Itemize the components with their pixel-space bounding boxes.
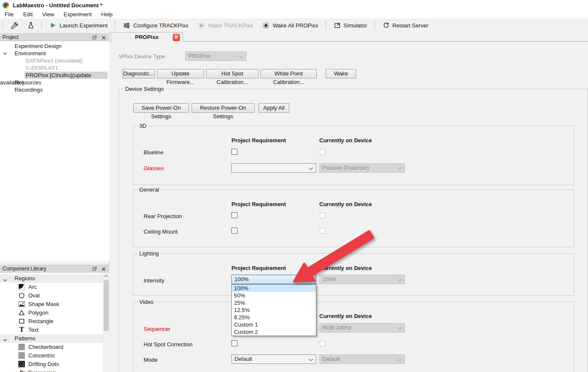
wake-button[interactable]: Wake — [326, 69, 356, 78]
intensity-option[interactable]: 50% — [232, 292, 316, 299]
tree-item-resources[interactable]: Resources — [0, 79, 109, 86]
menu-help[interactable]: Help — [96, 10, 117, 18]
mode-label: Mode — [144, 357, 158, 363]
intensity-option[interactable]: 100% — [232, 285, 316, 292]
tab-close-button[interactable]: ✕ — [173, 34, 180, 41]
wake-all-propixx-button[interactable]: Wake All PROPixx — [258, 19, 323, 32]
component-item-concentric[interactable]: Concentric — [0, 351, 103, 360]
component-item-polygon[interactable]: Polygon — [0, 309, 103, 317]
ceiling-mount-project-checkbox[interactable] — [231, 228, 237, 234]
restart-icon — [383, 22, 390, 29]
component-item-text[interactable]: T Text — [0, 326, 103, 334]
sequencer-device-select: RGB-240hz — [319, 323, 405, 333]
simulator-button[interactable]: Simulator — [329, 19, 372, 32]
blueline-project-checkbox[interactable] — [231, 149, 237, 155]
rear-projection-label: Rear Projection — [144, 213, 182, 219]
hot-spot-correction-device-checkbox — [320, 341, 325, 346]
mode-device-select: Default — [319, 354, 405, 364]
scrollbar-thumb[interactable] — [104, 280, 109, 331]
settings-wrench-button[interactable] — [6, 19, 23, 32]
menu-bar: File Edit View Experiment Help — [0, 10, 588, 18]
project-panel-titlebar: Project — [0, 33, 109, 41]
apply-all-button[interactable]: Apply All — [258, 103, 289, 113]
tree-item-propixx-selected[interactable]: PROPixx [Cthulhu](update available) — [0, 72, 109, 79]
float-icon — [92, 35, 97, 40]
component-item-arc[interactable]: Arc — [0, 283, 103, 291]
component-library-title: Component Library — [3, 266, 46, 272]
restore-power-on-settings-button[interactable]: Restore Power-On Settings — [192, 103, 255, 113]
menu-file[interactable]: File — [0, 10, 18, 18]
chevron-down-icon — [398, 326, 402, 330]
close-icon — [102, 36, 106, 40]
component-item-drifting-dots[interactable]: Drifting Dots — [0, 360, 103, 369]
glasses-device-select: Passive (Polarizer) — [319, 163, 405, 173]
toolbar-grip[interactable] — [114, 21, 116, 30]
scroll-up-icon[interactable] — [104, 274, 108, 278]
app-window: LabMaestro - Untitled Document * File Ed… — [0, 0, 588, 372]
blueline-device-checkbox — [320, 149, 325, 155]
glasses-project-select[interactable] — [231, 163, 316, 173]
white-point-calibration-button[interactable]: White Point Calibration... — [261, 69, 317, 78]
menu-experiment[interactable]: Experiment — [59, 10, 96, 18]
tab-propixx[interactable]: PROPixx ✕ — [111, 32, 183, 42]
component-library-scrollbar[interactable] — [103, 273, 109, 372]
chevron-down-icon — [309, 277, 313, 282]
chevron-down-icon — [239, 54, 243, 58]
sliders-icon — [123, 22, 130, 29]
hot-spot-calibration-button[interactable]: Hot Spot Calibration... — [206, 69, 258, 78]
tree-item-environment[interactable]: Environment — [0, 50, 109, 57]
group-lighting-title: Lighting — [138, 250, 161, 257]
menu-view[interactable]: View — [37, 10, 59, 18]
intensity-option[interactable]: 12.5% — [232, 306, 316, 314]
chevron-down-icon — [309, 357, 313, 361]
intensity-option[interactable]: Custom 2 — [232, 328, 316, 336]
tree-item-datapixx3[interactable]: DATAPixx3 (simulated) — [0, 57, 109, 64]
menu-edit[interactable]: Edit — [18, 10, 37, 18]
component-item-oval[interactable]: Oval — [0, 291, 103, 300]
intensity-option[interactable]: 6.25% — [232, 314, 316, 321]
tree-group-patterns[interactable]: Patterns — [0, 334, 103, 343]
chevron-down-icon[interactable] — [3, 278, 7, 282]
chevron-down-icon[interactable] — [3, 51, 7, 56]
component-item-rectangle[interactable]: Rectangle — [0, 317, 103, 326]
intensity-label: Intensity — [144, 277, 164, 284]
close-panel-button[interactable] — [101, 35, 106, 40]
checkerboard-icon — [18, 344, 25, 350]
component-item-shape-mask[interactable]: Shape Mask — [0, 300, 103, 309]
tree-group-regions[interactable]: Regions — [0, 274, 103, 283]
launch-experiment-button[interactable]: Launch Experiment — [45, 19, 112, 32]
configure-trackpixx-button[interactable]: Configure TRACKPixx — [118, 19, 193, 32]
float-panel-button[interactable] — [92, 35, 97, 40]
tree-item-experiment-design[interactable]: Experiment Design — [0, 42, 109, 50]
tree-item-display1[interactable]: \\.\DISPLAY1 — [0, 64, 109, 72]
wake-trackpixx-button: Wake TRACKPixx — [193, 19, 258, 32]
col-currently-on-device: Currently on Device — [319, 313, 372, 319]
blueline-label: Blueline — [144, 149, 163, 156]
toolbar-grip[interactable] — [374, 21, 376, 30]
toolbar-grip[interactable] — [325, 21, 327, 30]
flask-button[interactable] — [23, 19, 39, 32]
float-panel-button[interactable] — [92, 266, 97, 272]
intensity-option[interactable]: 25% — [232, 299, 316, 306]
col-project-requirement: Project Requirement — [231, 201, 286, 207]
float-icon — [92, 267, 97, 271]
project-panel-title: Project — [3, 34, 18, 40]
component-item-expression[interactable]: fx Expression — [0, 369, 103, 372]
chevron-down-icon — [309, 166, 313, 170]
mode-project-select[interactable]: Default — [231, 354, 316, 364]
diagnostic-button[interactable]: Diagnostic... — [122, 69, 155, 78]
chevron-down-icon[interactable] — [3, 338, 7, 342]
restart-server-button[interactable]: Restart Server — [378, 19, 433, 32]
hot-spot-correction-project-checkbox[interactable] — [231, 340, 237, 346]
intensity-option[interactable]: Custom 1 — [232, 321, 316, 328]
play-icon — [50, 22, 57, 29]
tree-item-recordings[interactable]: Recordings — [0, 86, 109, 93]
toolbar-grip[interactable] — [2, 21, 4, 30]
save-power-on-settings-button[interactable]: Save Power-On Settings — [133, 103, 189, 113]
intensity-project-select[interactable]: 100% — [231, 275, 316, 284]
component-item-checkerboard[interactable]: Checkerboard — [0, 343, 103, 351]
rear-projection-project-checkbox[interactable] — [231, 212, 237, 218]
toolbar-grip[interactable] — [41, 21, 43, 30]
close-panel-button[interactable] — [101, 266, 106, 272]
update-firmware-button[interactable]: Update Firmware... — [157, 69, 204, 78]
